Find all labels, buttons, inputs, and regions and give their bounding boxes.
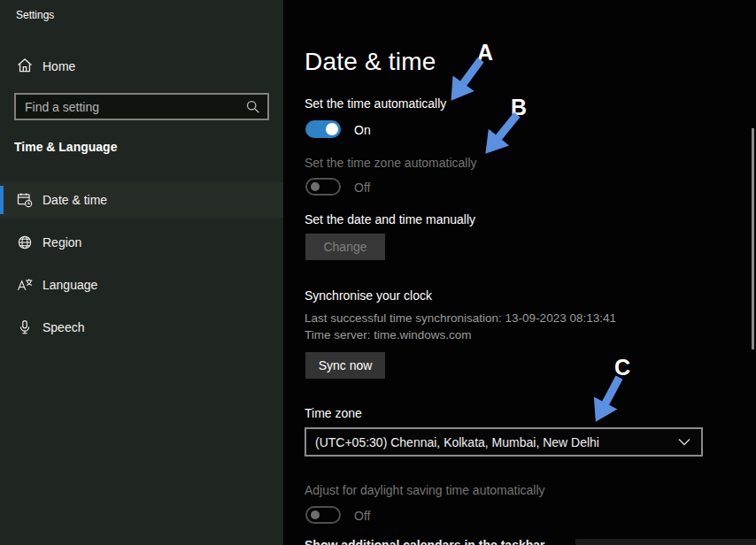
search-box[interactable] [14,93,269,120]
sidebar-item-date-time[interactable]: Date & time [0,182,283,218]
microphone-icon [16,319,34,340]
sidebar: Settings Home Time & Language [0,0,283,545]
sidebar-item-label: Home [42,59,75,73]
calendar-clock-icon [16,191,34,212]
last-sync-text: Last successful time synchronisation: 13… [305,311,616,325]
chevron-down-icon [678,438,701,446]
change-button: Change [305,234,385,260]
sidebar-item-label: Region [42,235,81,249]
timezone-dropdown[interactable]: (UTC+05:30) Chennai, Kolkata, Mumbai, Ne… [305,427,703,457]
timezone-label: Time zone [305,406,362,420]
globe-icon [16,234,34,255]
vertical-scrollbar[interactable] [752,128,754,349]
selected-accent-bar [0,186,4,214]
set-time-auto-toggle[interactable] [305,120,341,138]
set-time-auto-status: On [354,123,371,137]
partial-bottom-text: Show additional calendars in the taskbar [305,538,545,545]
sidebar-item-speech[interactable]: Speech [0,310,283,345]
sidebar-item-label: Language [42,278,97,292]
dst-label: Adjust for daylight saving time automati… [305,483,545,497]
language-icon [16,276,34,297]
dst-toggle [305,506,341,524]
sync-section-title: Synchronise your clock [305,288,432,303]
sync-now-button[interactable]: Sync now [305,352,385,379]
set-timezone-auto-status: Off [354,180,370,195]
set-time-auto-label: Set the time automatically [305,96,446,111]
time-server-text: Time server: time.windows.com [305,328,472,342]
main-panel: Date & time Set the time automatically O… [283,0,756,545]
manual-datetime-label: Set the date and time manually [305,212,475,226]
settings-window: Settings Home Time & Language [0,0,756,545]
sidebar-item-region[interactable]: Region [0,225,283,260]
window-title: Settings [16,9,54,21]
toggle-knob [326,123,338,135]
toggle-knob [311,182,320,191]
home-icon [16,57,34,78]
set-timezone-auto-toggle [305,178,341,196]
dst-status: Off [354,509,370,523]
sidebar-item-label: Speech [42,320,84,334]
bottom-strip [575,539,756,545]
set-timezone-auto-label: Set the time zone automatically [305,156,477,170]
sidebar-item-home[interactable]: Home [0,51,283,81]
search-input[interactable] [16,95,246,119]
page-title: Date & time [305,48,436,76]
sidebar-item-language[interactable]: Language [0,267,283,303]
sidebar-item-label: Date & time [42,193,107,207]
timezone-selected-value: (UTC+05:30) Chennai, Kolkata, Mumbai, Ne… [306,435,678,449]
search-icon[interactable] [245,99,260,118]
toggle-knob [311,510,320,519]
section-title: Time & Language [14,140,117,154]
